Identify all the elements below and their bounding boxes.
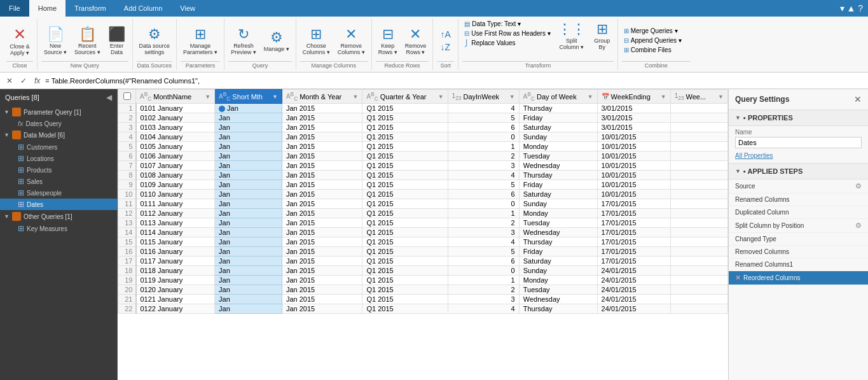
week-num-dropdown-icon[interactable]: ▼ <box>718 94 724 100</box>
tab-file[interactable]: File <box>0 0 29 17</box>
query-item-sales[interactable]: ⊞ Sales <box>0 176 117 187</box>
col-header-week-num[interactable]: 123 Wee... ▼ <box>670 90 727 104</box>
group-by-button[interactable]: ⊞ GroupBy <box>591 20 614 52</box>
cell-week-num <box>670 218 727 228</box>
cell-week-num <box>670 123 727 132</box>
dates-table-icon: ⊞ <box>18 200 24 209</box>
cell-short-mth: Jan <box>215 113 282 123</box>
row-number: 11 <box>118 199 136 209</box>
queries-panel: Queries [8] ◀ ▼ Parameter Query [1] fx D… <box>0 89 118 380</box>
query-group-other-header[interactable]: ▼ Other Queries [1] <box>0 210 117 223</box>
query-item-salespeople[interactable]: ⊞ Salespeople <box>0 187 117 199</box>
applied-steps-section-header[interactable]: ▼ ▪ APPLIED STEPS <box>729 163 868 179</box>
tab-home[interactable]: Home <box>29 0 65 17</box>
merge-queries-button[interactable]: ⊞ Merge Queries ▾ <box>622 27 684 35</box>
query-group-data-model-header[interactable]: ▼ Data Model [6] <box>0 129 117 141</box>
col-header-month-year[interactable]: ABC Month & Year ▼ <box>282 90 362 104</box>
data-type-button[interactable]: ▤ Data Type: Text ▾ <box>462 20 552 28</box>
step-split-column-gear-icon[interactable]: ⚙ <box>855 222 862 230</box>
data-model-group-icon <box>12 130 21 139</box>
remove-rows-button[interactable]: ✕ RemoveRows ▾ <box>403 25 429 57</box>
close-settings-button[interactable]: ✕ <box>854 94 862 104</box>
query-item-dates[interactable]: ⊞ Dates <box>0 199 117 210</box>
sort-desc-button[interactable]: ↓Z <box>439 41 453 53</box>
step-changed-type[interactable]: Changed Type <box>729 233 868 246</box>
replace-values-button[interactable]: ⎭ Replace Values <box>462 39 552 47</box>
cell-dayinweek: 1 <box>448 209 519 218</box>
day-of-week-dropdown-icon[interactable]: ▼ <box>588 94 593 100</box>
tab-view[interactable]: View <box>171 0 204 17</box>
ribbon-group-close-label: Close <box>6 61 33 69</box>
col-header-dayinweek[interactable]: 123 DayInWeek ▼ <box>448 90 519 104</box>
step-split-column[interactable]: Split Column by Position ⚙ <box>729 219 868 233</box>
all-properties-link[interactable]: All Properties <box>729 151 868 160</box>
remove-columns-button[interactable]: ✕ RemoveColumns ▾ <box>335 25 368 57</box>
quarter-year-dropdown-icon[interactable]: ▼ <box>438 94 444 100</box>
close-apply-button[interactable]: ✕ Close &Apply ▾ <box>7 24 32 57</box>
cancel-formula-button[interactable]: ✕ <box>4 75 15 87</box>
new-source-button[interactable]: 📄 NewSource ▾ <box>41 25 69 57</box>
manage-button[interactable]: ⚙ Manage ▾ <box>261 28 292 53</box>
tab-add-column[interactable]: Add Column <box>115 0 172 17</box>
cell-monthname: 0117 January <box>136 257 215 266</box>
query-item-key-measures[interactable]: ⊞ Key Measures <box>0 223 117 234</box>
step-reordered-columns[interactable]: ✕ Reordered Columns <box>729 271 868 285</box>
short-mth-dropdown-icon[interactable]: ▼ <box>272 94 278 100</box>
cell-monthname: 0103 January <box>136 123 215 132</box>
step-removed-columns[interactable]: Removed Columns <box>729 246 868 258</box>
step-source[interactable]: Source ⚙ <box>729 179 868 194</box>
col-header-weekending[interactable]: 📅 WeekEnding ▼ <box>597 90 670 104</box>
split-column-button[interactable]: ⋮⋮ SplitColumn ▾ <box>555 20 588 52</box>
properties-section-header[interactable]: ▼ ▪ PROPERTIES <box>729 110 868 126</box>
month-year-dropdown-icon[interactable]: ▼ <box>353 94 359 100</box>
cell-dayinweek: 5 <box>448 180 519 190</box>
sort-asc-button[interactable]: ↑A <box>439 29 453 40</box>
cell-dayinweek: 6 <box>448 257 519 266</box>
cell-quarter-year: Q1 2015 <box>362 142 448 151</box>
collapse-panel-button[interactable]: ◀ <box>106 93 112 102</box>
select-all-checkbox[interactable] <box>123 92 131 100</box>
step-duplicated-column[interactable]: Duplicated Column <box>729 206 868 219</box>
cell-short-mth: Jan <box>215 295 282 304</box>
cell-dayinweek: 2 <box>448 218 519 228</box>
accept-formula-button[interactable]: ✓ <box>18 75 29 87</box>
grid-container[interactable]: ABC MonthName ▼ ABC Short Mth ▼ <box>118 89 728 380</box>
first-row-headers-button[interactable]: ⊟ Use First Row as Headers ▾ <box>462 29 552 38</box>
append-queries-button[interactable]: ⊟ Append Queries ▾ <box>622 36 684 45</box>
ribbon-group-data-sources-label: Data Sources <box>137 61 173 69</box>
query-item-locations[interactable]: ⊞ Locations <box>0 153 117 164</box>
col-header-short-mth[interactable]: ABC Short Mth ▼ <box>215 90 282 104</box>
cell-dayinweek: 0 <box>448 199 519 209</box>
combine-files-button[interactable]: ⊞ Combine Files <box>622 46 684 54</box>
step-renamed-columns1[interactable]: Renamed Columns1 <box>729 258 868 271</box>
merge-queries-icon: ⊞ <box>624 27 629 34</box>
query-group-parameter-header[interactable]: ▼ Parameter Query [1] <box>0 106 117 118</box>
choose-columns-button[interactable]: ⊞ ChooseColumns ▾ <box>300 25 333 57</box>
cell-month-year: Jan 2015 <box>282 151 362 161</box>
manage-parameters-button[interactable]: ⊞ ManageParameters ▾ <box>181 25 220 57</box>
formula-input[interactable] <box>45 77 864 85</box>
recent-sources-button[interactable]: 📋 RecentSources ▾ <box>72 25 103 57</box>
refresh-preview-button[interactable]: ↻ RefreshPreview ▾ <box>228 25 259 57</box>
tab-transform[interactable]: Transform <box>65 0 115 17</box>
step-source-gear-icon[interactable]: ⚙ <box>855 182 862 190</box>
col-header-quarter-year[interactable]: ABC Quarter & Year ▼ <box>362 90 448 104</box>
weekending-dropdown-icon[interactable]: ▼ <box>661 94 666 100</box>
keep-rows-button[interactable]: ⊟ KeepRows ▾ <box>376 25 400 57</box>
salespeople-label: Salespeople <box>27 190 62 197</box>
query-item-products[interactable]: ⊞ Products <box>0 164 117 176</box>
query-name-input[interactable] <box>735 137 862 148</box>
step-renamed-columns[interactable]: Renamed Columns <box>729 194 868 206</box>
step-removed-columns-label: Removed Columns <box>735 248 789 255</box>
enter-data-button[interactable]: ⬛ EnterData <box>106 25 128 57</box>
monthname-dropdown-icon[interactable]: ▼ <box>205 94 210 100</box>
cell-monthname: 0102 January <box>136 113 215 123</box>
col-header-monthname[interactable]: ABC MonthName ▼ <box>136 90 215 104</box>
dayinweek-dropdown-icon[interactable]: ▼ <box>509 94 515 100</box>
cell-day-of-week: Saturday <box>519 123 597 132</box>
query-item-customers[interactable]: ⊞ Customers <box>0 141 117 153</box>
col-header-checkbox[interactable] <box>118 90 136 104</box>
query-item-dates-query[interactable]: fx Dates Query <box>0 118 117 129</box>
col-header-day-of-week[interactable]: ABC Day of Week ▼ <box>519 90 597 104</box>
data-source-settings-button[interactable]: ⚙ Data sourcesettings <box>137 25 173 57</box>
